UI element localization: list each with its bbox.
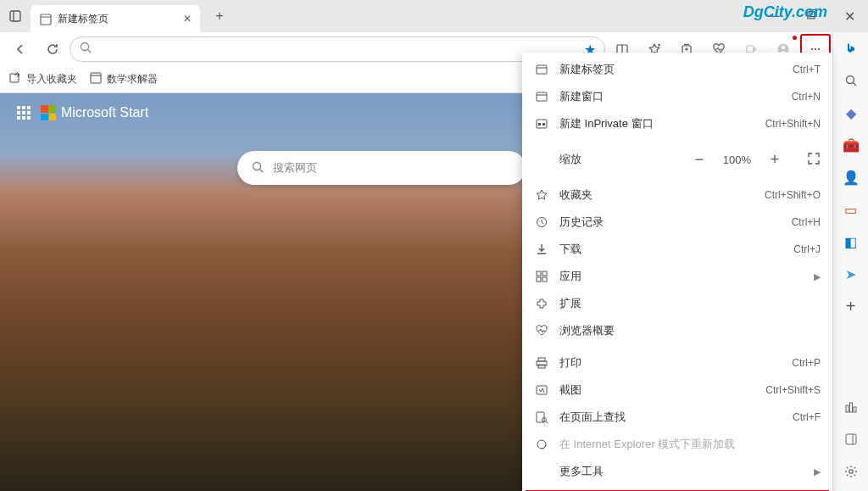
menu-print[interactable]: 打印Ctrl+P <box>522 349 832 377</box>
svg-line-7 <box>88 50 92 53</box>
bookmark-item[interactable]: 数学求解器 <box>89 71 158 87</box>
zoom-out-button[interactable]: − <box>691 151 708 168</box>
ie-icon <box>534 438 549 451</box>
menu-favorites[interactable]: 收藏夹Ctrl+Shift+O <box>522 181 832 209</box>
browser-tab[interactable]: 新建标签页 ✕ <box>31 5 200 32</box>
menu-more-tools[interactable]: 更多工具▶ <box>522 458 832 485</box>
watermark-text: DgCity.com <box>743 3 827 21</box>
inprivate-icon <box>534 117 549 131</box>
svg-rect-44 <box>537 271 541 276</box>
new-window-icon <box>534 90 549 103</box>
microsoft-logo-icon <box>41 105 56 120</box>
svg-rect-24 <box>91 73 101 83</box>
new-tab-button[interactable]: + <box>207 3 232 29</box>
sidebar-settings-icon[interactable] <box>842 462 860 481</box>
menu-label: 扩展 <box>559 296 821 311</box>
svg-point-6 <box>81 43 89 51</box>
new-tab-icon <box>534 63 549 76</box>
svg-point-22 <box>818 48 820 50</box>
menu-label: 下载 <box>559 242 783 257</box>
menu-shortcut: Ctrl+H <box>792 216 821 228</box>
svg-point-28 <box>846 76 854 84</box>
svg-rect-38 <box>537 92 547 101</box>
sidebar-games-icon[interactable]: 👤 <box>842 168 860 187</box>
zoom-value: 100% <box>723 153 751 166</box>
menu-label: 截图 <box>559 382 755 398</box>
sidebar-send-icon[interactable]: ➤ <box>842 265 860 283</box>
close-tab-icon[interactable]: ✕ <box>183 13 192 25</box>
address-input[interactable] <box>99 43 577 56</box>
menu-label: 在页面上查找 <box>559 410 782 425</box>
svg-rect-32 <box>854 407 856 412</box>
chevron-right-icon: ▶ <box>814 271 821 282</box>
svg-line-27 <box>260 169 264 172</box>
menu-screenshot[interactable]: 截图Ctrl+Shift+S <box>522 377 832 404</box>
menu-new-window[interactable]: 新建窗口Ctrl+N <box>522 83 832 110</box>
menu-find[interactable]: 在页面上查找Ctrl+F <box>522 404 832 431</box>
menu-label: 应用 <box>559 269 804 284</box>
sidebar-shopping-icon[interactable]: ◆ <box>842 103 860 122</box>
bookmark-label: 数学求解器 <box>107 72 158 86</box>
sidebar-search-icon[interactable] <box>842 71 860 90</box>
search-icon <box>79 41 92 58</box>
star-icon <box>534 188 549 202</box>
menu-extensions[interactable]: 扩展 <box>522 290 832 317</box>
svg-rect-36 <box>537 65 547 74</box>
menu-label: 打印 <box>559 355 782 371</box>
search-placeholder: 搜索网页 <box>273 160 317 176</box>
import-favorites-button[interactable]: 导入收藏夹 <box>8 71 77 87</box>
svg-rect-45 <box>542 271 547 276</box>
close-window-button[interactable]: ✕ <box>831 0 868 32</box>
app-launcher-icon[interactable] <box>17 106 31 120</box>
back-button[interactable] <box>5 34 36 64</box>
zoom-in-button[interactable]: + <box>766 151 783 168</box>
titlebar: 新建标签页 ✕ + ─ ✕ <box>0 0 868 32</box>
menu-shortcut: Ctrl+T <box>793 64 821 75</box>
menu-apps[interactable]: 应用▶ <box>522 263 832 290</box>
import-favorites-label: 导入收藏夹 <box>26 72 77 86</box>
sidebar-toggle-icon[interactable] <box>842 430 860 449</box>
sidebar-office-icon[interactable]: ▭ <box>842 200 860 219</box>
svg-rect-42 <box>542 123 545 126</box>
svg-point-35 <box>849 470 852 473</box>
print-icon <box>534 356 549 370</box>
tab-page-icon <box>39 13 51 25</box>
menu-new-tab[interactable]: 新建标签页Ctrl+T <box>522 56 832 83</box>
find-icon <box>534 410 549 424</box>
fullscreen-button[interactable] <box>807 152 821 168</box>
menu-shortcut: Ctrl+F <box>793 411 821 423</box>
sidebar-add-button[interactable]: + <box>842 297 860 315</box>
extensions-icon <box>534 297 549 310</box>
svg-rect-31 <box>849 403 852 412</box>
sidebar-performance-icon[interactable] <box>842 398 860 416</box>
sidebar-outlook-icon[interactable]: ◧ <box>842 232 860 251</box>
svg-rect-48 <box>538 358 545 361</box>
pulse-icon <box>534 324 549 338</box>
menu-downloads[interactable]: 下载Ctrl+J <box>522 236 832 263</box>
tab-actions-button[interactable] <box>0 0 31 32</box>
web-search-box[interactable]: 搜索网页 <box>237 151 526 185</box>
menu-new-inprivate[interactable]: 新建 InPrivate 窗口Ctrl+Shift+N <box>522 110 832 137</box>
sidebar-tools-icon[interactable]: 🧰 <box>842 136 860 154</box>
menu-label: 新建标签页 <box>559 62 782 77</box>
menu-essentials[interactable]: 浏览器概要 <box>522 317 832 344</box>
screenshot-icon <box>534 383 549 397</box>
microsoft-start-logo[interactable]: Microsoft Start <box>41 105 148 120</box>
svg-point-26 <box>253 162 261 170</box>
menu-label: 更多工具 <box>559 464 804 479</box>
svg-rect-52 <box>537 412 544 422</box>
svg-rect-33 <box>846 434 856 444</box>
svg-rect-41 <box>538 123 541 126</box>
menu-shortcut: Ctrl+Shift+N <box>765 118 821 130</box>
sidebar-bing-icon[interactable] <box>842 39 860 58</box>
svg-rect-47 <box>542 277 547 282</box>
tab-title: 新建标签页 <box>58 12 108 26</box>
menu-history[interactable]: 历史记录Ctrl+H <box>522 209 832 236</box>
menu-shortcut: Ctrl+Shift+O <box>765 189 821 201</box>
refresh-button[interactable] <box>37 34 68 64</box>
menu-label: 浏览器概要 <box>559 323 821 338</box>
svg-rect-0 <box>10 11 20 21</box>
apps-icon <box>534 270 549 283</box>
download-icon <box>534 243 549 256</box>
menu-ie-mode: 在 Internet Explorer 模式下重新加载 <box>522 431 832 458</box>
